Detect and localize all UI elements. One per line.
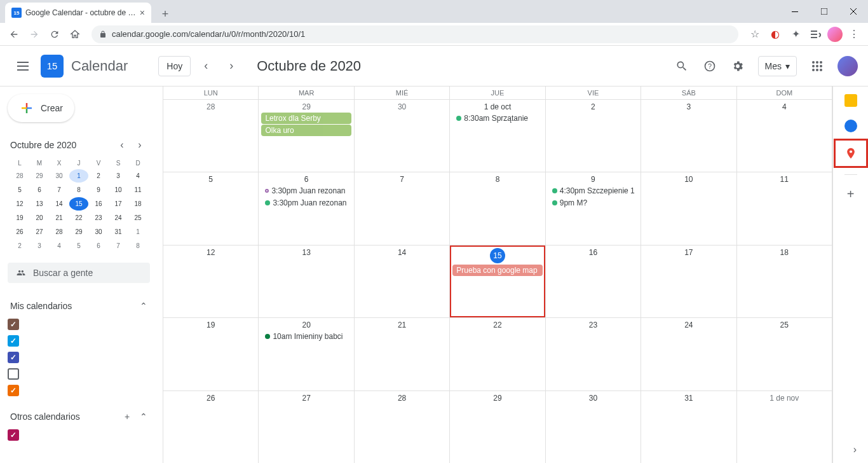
day-cell[interactable]: 24: [641, 318, 736, 390]
new-tab-button[interactable]: +: [156, 5, 174, 23]
day-cell[interactable]: 14: [355, 245, 450, 317]
reload-button[interactable]: [46, 25, 64, 43]
mini-day[interactable]: 1: [128, 225, 147, 238]
mini-day[interactable]: 5: [10, 183, 29, 197]
mini-day[interactable]: 7: [50, 183, 69, 197]
mini-day[interactable]: 8: [128, 239, 147, 252]
calendar-checkbox[interactable]: [8, 368, 19, 380]
event[interactable]: Prueba con google map: [452, 265, 542, 276]
day-cell[interactable]: 23: [546, 318, 641, 390]
event[interactable]: 10am Imieniny babci: [261, 331, 351, 342]
mini-day[interactable]: 2: [89, 169, 108, 183]
mini-day[interactable]: 16: [89, 197, 108, 211]
close-window-button[interactable]: [839, 0, 868, 23]
day-cell[interactable]: 25: [737, 318, 832, 390]
event[interactable]: 3:30pm Juan rezonan: [261, 197, 351, 209]
calendar-checkbox[interactable]: [8, 352, 19, 363]
day-cell[interactable]: 22: [450, 318, 545, 390]
mini-day[interactable]: 17: [109, 197, 128, 211]
mini-day[interactable]: 1: [69, 169, 88, 183]
mini-day[interactable]: 5: [69, 239, 88, 252]
calendar-checkbox[interactable]: [8, 319, 19, 330]
mini-day[interactable]: 4: [128, 169, 147, 183]
day-cell[interactable]: 1 de nov: [737, 391, 832, 463]
day-cell[interactable]: 17: [641, 245, 736, 317]
browser-tab[interactable]: 15 Google Calendar - octubre de 20 ×: [5, 3, 151, 23]
day-cell[interactable]: 8: [450, 172, 545, 244]
day-cell[interactable]: 28: [163, 100, 259, 172]
keep-icon[interactable]: [844, 94, 857, 107]
add-calendar-icon[interactable]: +: [125, 411, 130, 422]
mini-day[interactable]: 29: [69, 225, 88, 238]
day-cell[interactable]: 21: [355, 318, 450, 390]
event[interactable]: Letrox dla Serby: [261, 113, 351, 124]
day-cell[interactable]: 11: [737, 172, 832, 244]
mini-day[interactable]: 24: [109, 211, 128, 225]
mini-day[interactable]: 19: [10, 211, 29, 225]
other-calendars-header[interactable]: Otros calendarios + ⌃: [8, 406, 150, 427]
prev-month-button[interactable]: ‹: [196, 56, 216, 76]
mini-day[interactable]: 2: [10, 239, 29, 252]
day-cell[interactable]: 5: [163, 172, 259, 244]
event[interactable]: Olka uro: [261, 125, 351, 136]
day-cell[interactable]: 4: [737, 100, 832, 172]
mini-day[interactable]: 29: [30, 169, 49, 183]
settings-icon[interactable]: [725, 53, 750, 79]
day-cell[interactable]: 2010am Imieniny babci: [259, 318, 354, 390]
day-cell[interactable]: 16: [546, 245, 641, 317]
my-calendars-header[interactable]: Mis calendarios ⌃: [8, 296, 150, 316]
day-cell[interactable]: 1 de oct8:30am Sprzątanie: [450, 100, 545, 172]
tasks-icon[interactable]: [844, 120, 857, 132]
mini-day[interactable]: 11: [128, 183, 147, 197]
calendar-checkbox[interactable]: [8, 335, 19, 347]
search-people-input[interactable]: Buscar a gente: [8, 263, 150, 283]
mini-day[interactable]: 13: [30, 197, 49, 211]
mini-day[interactable]: 31: [109, 225, 128, 238]
mini-day[interactable]: 10: [109, 183, 128, 197]
day-cell[interactable]: 30: [355, 100, 450, 172]
calendar-checkbox[interactable]: [8, 385, 19, 396]
day-cell[interactable]: 26: [163, 391, 259, 463]
view-selector[interactable]: Mes▾: [758, 56, 797, 76]
addons-icon[interactable]: +: [844, 188, 857, 200]
reading-list-icon[interactable]: [808, 27, 824, 42]
day-cell[interactable]: 7: [355, 172, 450, 244]
next-month-button[interactable]: ›: [221, 56, 241, 76]
event[interactable]: 9pm M?: [548, 197, 638, 209]
mini-day[interactable]: 8: [69, 183, 88, 197]
mini-day[interactable]: 21: [50, 211, 69, 225]
mini-day[interactable]: 30: [50, 169, 69, 183]
account-avatar[interactable]: [837, 56, 858, 76]
mini-next-button[interactable]: ›: [132, 137, 147, 153]
day-cell[interactable]: 3: [641, 100, 736, 172]
mini-day[interactable]: 15: [69, 197, 88, 211]
day-cell[interactable]: 2: [546, 100, 641, 172]
create-button[interactable]: Crear: [8, 94, 74, 122]
maps-icon[interactable]: [844, 147, 857, 160]
back-button[interactable]: [5, 25, 23, 43]
day-cell[interactable]: 29Letrox dla SerbyOlka uro: [259, 100, 354, 172]
home-button[interactable]: [66, 25, 84, 43]
maximize-button[interactable]: [810, 0, 839, 23]
day-cell[interactable]: 63:30pm Juan rezonan3:30pm Juan rezonan: [259, 172, 354, 244]
mini-day[interactable]: 6: [30, 183, 49, 197]
main-menu-button[interactable]: [10, 53, 36, 79]
mini-day[interactable]: 23: [89, 211, 108, 225]
mini-day[interactable]: 28: [10, 169, 29, 183]
apps-grid-icon[interactable]: [804, 53, 830, 79]
extension-icon[interactable]: ◐: [768, 27, 783, 42]
mini-day[interactable]: 22: [69, 211, 88, 225]
calendar-checkbox[interactable]: [8, 429, 19, 441]
day-cell[interactable]: 19: [163, 318, 259, 390]
today-button[interactable]: Hoy: [158, 56, 191, 76]
profile-avatar[interactable]: [827, 27, 843, 42]
day-cell[interactable]: 13: [259, 245, 354, 317]
mini-day[interactable]: 20: [30, 211, 49, 225]
mini-day[interactable]: 30: [89, 225, 108, 238]
mini-day[interactable]: 6: [89, 239, 108, 252]
search-icon[interactable]: [669, 53, 695, 79]
day-cell[interactable]: 31: [641, 391, 736, 463]
day-cell[interactable]: 29: [450, 391, 545, 463]
forward-button[interactable]: [25, 25, 43, 43]
mini-day[interactable]: 25: [128, 211, 147, 225]
